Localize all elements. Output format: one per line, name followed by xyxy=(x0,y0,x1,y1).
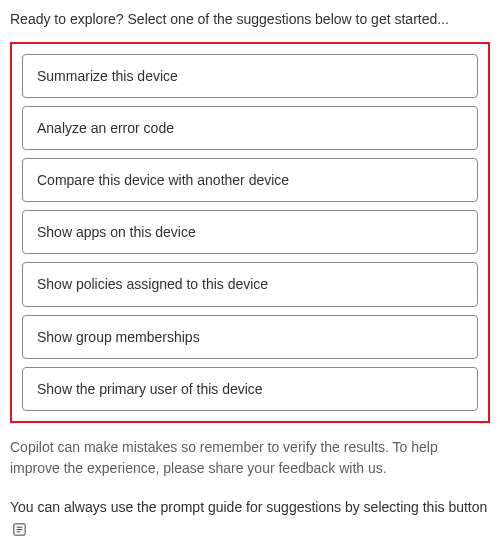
prompt-guide-icon xyxy=(12,522,27,537)
disclaimer-text: Copilot can make mistakes so remember to… xyxy=(10,437,490,479)
prompt-guide-label: You can always use the prompt guide for … xyxy=(10,499,487,515)
prompt-guide-text: You can always use the prompt guide for … xyxy=(10,497,490,539)
suggestion-show-policies[interactable]: Show policies assigned to this device xyxy=(22,262,478,306)
intro-text: Ready to explore? Select one of the sugg… xyxy=(10,10,490,30)
suggestion-compare-device[interactable]: Compare this device with another device xyxy=(22,158,478,202)
suggestion-analyze-error[interactable]: Analyze an error code xyxy=(22,106,478,150)
suggestions-container: Summarize this device Analyze an error c… xyxy=(10,42,490,423)
suggestion-show-primary-user[interactable]: Show the primary user of this device xyxy=(22,367,478,411)
suggestion-show-apps[interactable]: Show apps on this device xyxy=(22,210,478,254)
suggestion-summarize-device[interactable]: Summarize this device xyxy=(22,54,478,98)
suggestion-show-groups[interactable]: Show group memberships xyxy=(22,315,478,359)
